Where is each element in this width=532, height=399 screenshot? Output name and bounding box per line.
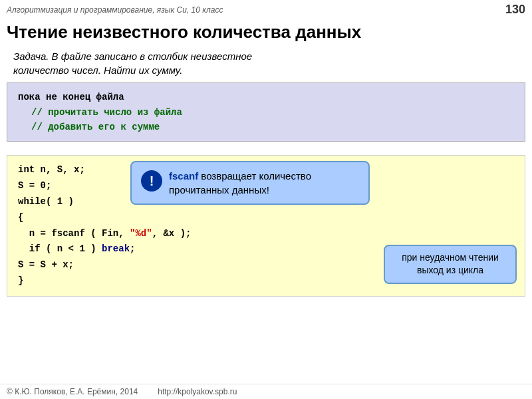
tooltip-break: при неудачном чтении выход из цикла — [384, 245, 517, 284]
tooltip-fscanf: ! fscanf возвращает количество прочитанн… — [130, 161, 370, 205]
code-line-4: { — [18, 210, 514, 226]
header-page-number: 130 — [505, 3, 525, 17]
pseudo-line-2: // прочитать число из файла — [18, 105, 514, 120]
task-text: Задача. В файле записано в столбик неизв… — [0, 47, 532, 82]
pseudocode-block: пока не конец файла // прочитать число и… — [7, 82, 525, 142]
footer: © К.Ю. Поляков, Е.А. Ерёмин, 2014 http:/… — [0, 384, 532, 399]
page-title: Чтение неизвестного количества данных — [0, 18, 532, 47]
footer-author: © К.Ю. Поляков, Е.А. Ерёмин, 2014 — [7, 387, 138, 396]
pseudo-line-1: пока не конец файла — [18, 90, 514, 104]
tooltip-fscanf-text: fscanf возвращает количество прочитанных… — [169, 169, 359, 197]
code-line-5: n = fscanf ( Fin, "%d", &x ); — [18, 226, 514, 242]
fscanf-word: fscanf — [169, 170, 198, 182]
footer-url: http://kpolyakov.spb.ru — [158, 387, 237, 396]
code-block: int n, S, x; S = 0; while( 1 ) { n = fsc… — [7, 155, 525, 296]
header: Алгоритмизация и программирование, язык … — [0, 0, 532, 18]
pseudo-line-3: // добавить его к сумме — [18, 120, 514, 134]
exclaim-icon: ! — [141, 170, 162, 192]
header-subtitle: Алгоритмизация и программирование, язык … — [7, 5, 223, 15]
